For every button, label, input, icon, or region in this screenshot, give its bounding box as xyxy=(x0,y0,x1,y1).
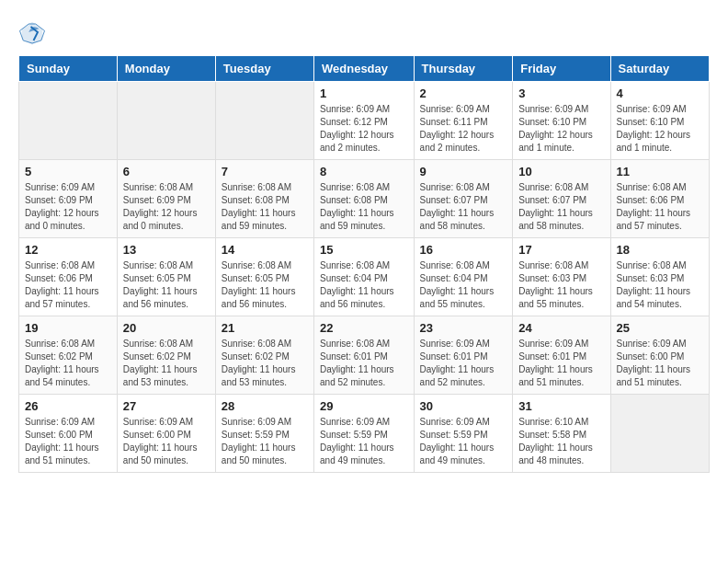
day-number: 27 xyxy=(123,399,210,413)
day-info: Sunrise: 6:08 AMSunset: 6:06 PMDaylight:… xyxy=(25,259,111,311)
calendar-cell: 16Sunrise: 6:08 AMSunset: 6:04 PMDayligh… xyxy=(414,238,513,316)
column-header-friday: Friday xyxy=(513,56,610,82)
day-info: Sunrise: 6:08 AMSunset: 6:01 PMDaylight:… xyxy=(320,338,408,389)
calendar-table: SundayMondayTuesdayWednesdayThursdayFrid… xyxy=(18,55,710,473)
logo-icon xyxy=(18,18,46,46)
day-info: Sunrise: 6:09 AMSunset: 6:12 PMDaylight:… xyxy=(320,103,408,155)
calendar-cell: 9Sunrise: 6:08 AMSunset: 6:07 PMDaylight… xyxy=(414,160,513,238)
day-number: 14 xyxy=(222,243,308,257)
day-number: 28 xyxy=(222,399,308,413)
calendar-week-row: 26Sunrise: 6:09 AMSunset: 6:00 PMDayligh… xyxy=(19,395,710,473)
calendar-cell: 20Sunrise: 6:08 AMSunset: 6:02 PMDayligh… xyxy=(117,316,215,395)
day-number: 23 xyxy=(420,321,507,335)
day-number: 7 xyxy=(222,165,308,178)
day-number: 19 xyxy=(25,321,111,335)
calendar-cell: 1Sunrise: 6:09 AMSunset: 6:12 PMDaylight… xyxy=(314,82,415,160)
calendar-cell: 19Sunrise: 6:08 AMSunset: 6:02 PMDayligh… xyxy=(19,316,118,395)
calendar-cell: 7Sunrise: 6:08 AMSunset: 6:08 PMDaylight… xyxy=(215,160,313,238)
day-info: Sunrise: 6:08 AMSunset: 6:05 PMDaylight:… xyxy=(123,259,210,311)
calendar-cell: 23Sunrise: 6:09 AMSunset: 6:01 PMDayligh… xyxy=(414,316,513,395)
calendar-week-row: 5Sunrise: 6:09 AMSunset: 6:09 PMDaylight… xyxy=(19,160,710,238)
column-header-sunday: Sunday xyxy=(19,56,118,82)
day-number: 20 xyxy=(123,321,210,335)
day-info: Sunrise: 6:08 AMSunset: 6:06 PMDaylight:… xyxy=(617,181,703,233)
day-info: Sunrise: 6:08 AMSunset: 6:07 PMDaylight:… xyxy=(518,181,604,233)
day-number: 26 xyxy=(25,399,111,413)
day-info: Sunrise: 6:09 AMSunset: 6:01 PMDaylight:… xyxy=(518,338,604,389)
calendar-cell: 26Sunrise: 6:09 AMSunset: 6:00 PMDayligh… xyxy=(19,395,118,473)
day-info: Sunrise: 6:09 AMSunset: 6:00 PMDaylight:… xyxy=(617,338,703,389)
day-number: 18 xyxy=(617,243,703,257)
calendar-cell: 4Sunrise: 6:09 AMSunset: 6:10 PMDaylight… xyxy=(610,82,709,160)
page-header xyxy=(18,18,710,46)
day-number: 17 xyxy=(518,243,604,257)
day-number: 12 xyxy=(25,243,111,257)
day-number: 10 xyxy=(518,165,604,178)
calendar-cell: 11Sunrise: 6:08 AMSunset: 6:06 PMDayligh… xyxy=(610,160,709,238)
day-number: 1 xyxy=(320,86,408,100)
day-info: Sunrise: 6:09 AMSunset: 6:10 PMDaylight:… xyxy=(617,103,703,155)
day-info: Sunrise: 6:08 AMSunset: 6:02 PMDaylight:… xyxy=(123,338,210,389)
day-number: 31 xyxy=(518,399,604,413)
calendar-cell: 3Sunrise: 6:09 AMSunset: 6:10 PMDaylight… xyxy=(513,82,610,160)
day-info: Sunrise: 6:08 AMSunset: 6:08 PMDaylight:… xyxy=(320,181,408,233)
column-header-monday: Monday xyxy=(117,56,215,82)
day-info: Sunrise: 6:08 AMSunset: 6:09 PMDaylight:… xyxy=(123,181,210,233)
calendar-cell: 22Sunrise: 6:08 AMSunset: 6:01 PMDayligh… xyxy=(314,316,415,395)
calendar-cell: 10Sunrise: 6:08 AMSunset: 6:07 PMDayligh… xyxy=(513,160,610,238)
day-info: Sunrise: 6:08 AMSunset: 6:02 PMDaylight:… xyxy=(25,338,111,389)
calendar-cell xyxy=(215,82,313,160)
calendar-cell: 2Sunrise: 6:09 AMSunset: 6:11 PMDaylight… xyxy=(414,82,513,160)
day-number: 16 xyxy=(420,243,507,257)
day-info: Sunrise: 6:09 AMSunset: 6:11 PMDaylight:… xyxy=(420,103,507,155)
calendar-cell xyxy=(19,82,118,160)
calendar-week-row: 1Sunrise: 6:09 AMSunset: 6:12 PMDaylight… xyxy=(19,82,710,160)
day-info: Sunrise: 6:09 AMSunset: 5:59 PMDaylight:… xyxy=(222,416,308,467)
day-number: 5 xyxy=(25,165,111,178)
day-number: 30 xyxy=(420,399,507,413)
day-info: Sunrise: 6:09 AMSunset: 6:00 PMDaylight:… xyxy=(25,416,111,467)
calendar-cell: 5Sunrise: 6:09 AMSunset: 6:09 PMDaylight… xyxy=(19,160,118,238)
day-info: Sunrise: 6:09 AMSunset: 5:59 PMDaylight:… xyxy=(420,416,507,467)
calendar-cell: 15Sunrise: 6:08 AMSunset: 6:04 PMDayligh… xyxy=(314,238,415,316)
calendar-header-row: SundayMondayTuesdayWednesdayThursdayFrid… xyxy=(19,56,710,82)
day-number: 9 xyxy=(420,165,507,178)
calendar-cell: 12Sunrise: 6:08 AMSunset: 6:06 PMDayligh… xyxy=(19,238,118,316)
day-info: Sunrise: 6:09 AMSunset: 6:10 PMDaylight:… xyxy=(518,103,604,155)
day-info: Sunrise: 6:09 AMSunset: 6:00 PMDaylight:… xyxy=(123,416,210,467)
day-info: Sunrise: 6:09 AMSunset: 6:09 PMDaylight:… xyxy=(25,181,111,233)
column-header-wednesday: Wednesday xyxy=(314,56,415,82)
day-info: Sunrise: 6:08 AMSunset: 6:08 PMDaylight:… xyxy=(222,181,308,233)
calendar-cell: 18Sunrise: 6:08 AMSunset: 6:03 PMDayligh… xyxy=(610,238,709,316)
logo xyxy=(18,18,48,46)
day-info: Sunrise: 6:10 AMSunset: 5:58 PMDaylight:… xyxy=(518,416,604,467)
day-number: 11 xyxy=(617,165,703,178)
day-info: Sunrise: 6:08 AMSunset: 6:03 PMDaylight:… xyxy=(617,259,703,311)
day-info: Sunrise: 6:08 AMSunset: 6:07 PMDaylight:… xyxy=(420,181,507,233)
calendar-cell: 31Sunrise: 6:10 AMSunset: 5:58 PMDayligh… xyxy=(513,395,610,473)
calendar-cell: 6Sunrise: 6:08 AMSunset: 6:09 PMDaylight… xyxy=(117,160,215,238)
day-info: Sunrise: 6:09 AMSunset: 5:59 PMDaylight:… xyxy=(320,416,408,467)
day-number: 22 xyxy=(320,321,408,335)
day-number: 29 xyxy=(320,399,408,413)
day-info: Sunrise: 6:08 AMSunset: 6:02 PMDaylight:… xyxy=(222,338,308,389)
day-number: 3 xyxy=(518,86,604,100)
calendar-cell: 17Sunrise: 6:08 AMSunset: 6:03 PMDayligh… xyxy=(513,238,610,316)
day-number: 6 xyxy=(123,165,210,178)
day-info: Sunrise: 6:08 AMSunset: 6:03 PMDaylight:… xyxy=(518,259,604,311)
day-info: Sunrise: 6:08 AMSunset: 6:05 PMDaylight:… xyxy=(222,259,308,311)
column-header-tuesday: Tuesday xyxy=(215,56,313,82)
day-number: 25 xyxy=(617,321,703,335)
calendar-cell: 21Sunrise: 6:08 AMSunset: 6:02 PMDayligh… xyxy=(215,316,313,395)
column-header-thursday: Thursday xyxy=(414,56,513,82)
calendar-cell xyxy=(610,395,709,473)
day-info: Sunrise: 6:09 AMSunset: 6:01 PMDaylight:… xyxy=(420,338,507,389)
calendar-week-row: 19Sunrise: 6:08 AMSunset: 6:02 PMDayligh… xyxy=(19,316,710,395)
day-number: 24 xyxy=(518,321,604,335)
column-header-saturday: Saturday xyxy=(610,56,709,82)
calendar-cell: 8Sunrise: 6:08 AMSunset: 6:08 PMDaylight… xyxy=(314,160,415,238)
calendar-week-row: 12Sunrise: 6:08 AMSunset: 6:06 PMDayligh… xyxy=(19,238,710,316)
day-number: 15 xyxy=(320,243,408,257)
day-number: 13 xyxy=(123,243,210,257)
calendar-cell: 25Sunrise: 6:09 AMSunset: 6:00 PMDayligh… xyxy=(610,316,709,395)
